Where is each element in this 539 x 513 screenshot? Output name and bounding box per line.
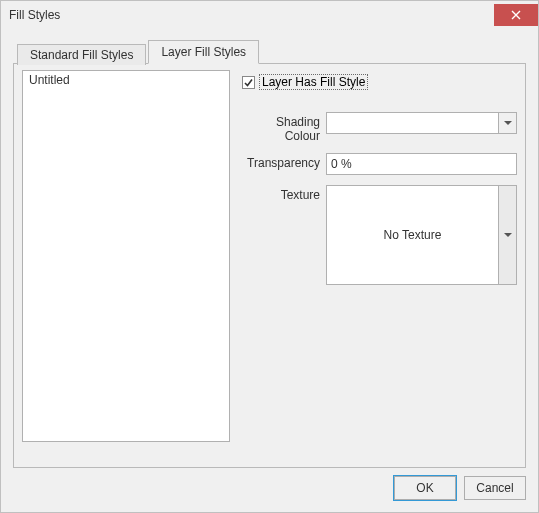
tab-label: Standard Fill Styles [30,48,133,62]
titlebar: Fill Styles [1,1,538,29]
tab-standard-fill-styles[interactable]: Standard Fill Styles [17,44,146,65]
tab-panel: Untitled Layer Has Fill Style Shading Co… [13,63,526,468]
dialog-window: Fill Styles Standard Fill Styles Layer F… [0,0,539,513]
tab-label: Layer Fill Styles [161,45,246,59]
texture-row: Texture No Texture [240,185,517,285]
chevron-down-icon [504,121,512,125]
checkmark-icon [243,77,254,88]
texture-dropdown-button[interactable] [498,186,516,284]
dialog-title: Fill Styles [9,8,60,22]
dialog-buttons: OK Cancel [13,468,526,500]
cancel-button[interactable]: Cancel [464,476,526,500]
texture-picker[interactable]: No Texture [326,185,517,285]
shading-colour-row: Shading Colour [240,112,517,143]
shading-colour-dropdown-button[interactable] [498,113,516,133]
styles-listbox[interactable]: Untitled [22,70,230,442]
transparency-label: Transparency [240,153,326,170]
has-fill-style-checkbox[interactable] [242,76,255,89]
texture-preview: No Texture [327,186,498,284]
button-label: OK [416,481,433,495]
close-icon [511,10,521,20]
transparency-input[interactable] [326,153,517,175]
tabstrip: Standard Fill Styles Layer Fill Styles [17,39,526,63]
list-item[interactable]: Untitled [27,73,225,87]
close-button[interactable] [494,4,538,26]
tab-layer-fill-styles[interactable]: Layer Fill Styles [148,40,259,64]
has-fill-style-label: Layer Has Fill Style [259,74,368,90]
button-label: Cancel [476,481,513,495]
properties-pane: Layer Has Fill Style Shading Colour [240,70,517,459]
shading-colour-dropdown[interactable] [326,112,517,134]
shading-colour-input[interactable] [327,113,498,133]
texture-preview-text: No Texture [384,228,442,242]
shading-colour-label: Shading Colour [240,112,326,143]
dialog-content: Standard Fill Styles Layer Fill Styles U… [1,29,538,512]
transparency-row: Transparency [240,153,517,175]
texture-label: Texture [240,185,326,202]
ok-button[interactable]: OK [394,476,456,500]
has-fill-style-row: Layer Has Fill Style [242,74,517,90]
chevron-down-icon [504,233,512,237]
